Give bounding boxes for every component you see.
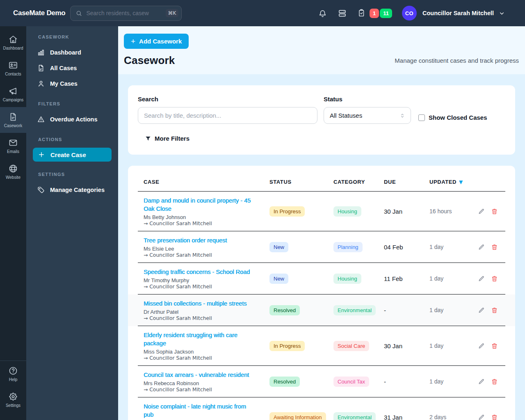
trash-icon <box>491 378 498 385</box>
page-header: + Add Casework Casework Manage constitue… <box>118 26 525 74</box>
notification-counters: 1 11 <box>370 9 392 18</box>
rail-item-website[interactable]: Website <box>0 159 26 185</box>
notifications-button[interactable] <box>317 8 328 18</box>
open-count-badge[interactable]: 11 <box>380 9 392 18</box>
cases-table: CASE STATUS CATEGORY DUE UPDATED▼ Damp a… <box>138 166 505 420</box>
panel-item-dashboard[interactable]: Dashboard <box>33 45 112 60</box>
global-search-placeholder: Search residents, casew <box>86 10 162 16</box>
case-due: 30 Jan <box>384 192 429 231</box>
col-case[interactable]: CASE <box>138 166 269 192</box>
col-status[interactable]: STATUS <box>269 166 333 192</box>
case-row: Elderly resident struggling with care pa… <box>138 326 505 366</box>
delete-case-button[interactable] <box>491 275 498 282</box>
col-actions <box>478 166 505 192</box>
edit-case-button[interactable] <box>478 378 485 385</box>
delete-case-button[interactable] <box>491 208 498 215</box>
page-subtitle: Manage constituent cases and track progr… <box>395 57 519 64</box>
show-closed-checkbox[interactable] <box>418 114 425 121</box>
case-assigned: → Councillor Sarah Mitchell <box>144 221 261 227</box>
delete-case-button[interactable] <box>491 307 498 314</box>
plus-icon <box>38 151 45 158</box>
funnel-icon <box>145 135 151 142</box>
rail-item-contacts[interactable]: Contacts <box>0 55 26 81</box>
add-casework-button[interactable]: + Add Casework <box>124 34 189 49</box>
edit-case-button[interactable] <box>478 414 485 420</box>
sidebar-panel: CASEWORK Dashboard All Cases My Cases FI… <box>26 26 118 420</box>
panel-item-my-cases[interactable]: My Cases <box>33 76 112 91</box>
pencil-icon <box>478 307 485 314</box>
edit-case-button[interactable] <box>478 275 485 282</box>
delete-case-button[interactable] <box>491 414 498 420</box>
tasks-button[interactable] <box>357 9 366 18</box>
delete-case-button[interactable] <box>491 244 498 251</box>
case-updated: 16 hours <box>429 192 478 231</box>
pencil-icon <box>478 342 485 349</box>
edit-case-button[interactable] <box>478 208 485 215</box>
case-title-link[interactable]: Elderly resident struggling with care pa… <box>144 331 257 347</box>
help-circle-icon <box>8 366 18 376</box>
bell-icon <box>317 8 328 18</box>
case-row: Noise complaint - late night music from … <box>138 397 505 420</box>
warning-triangle-icon <box>37 115 45 123</box>
case-assigned: → Councillor Sarah Mitchell <box>144 355 261 361</box>
rail-item-campaigns[interactable]: Campaigns <box>0 81 26 107</box>
case-contact: Ms Elsie Lee <box>144 246 261 252</box>
pencil-icon <box>478 378 485 385</box>
tag-icon <box>37 186 45 194</box>
rail-item-dashboard[interactable]: Dashboard <box>0 30 26 55</box>
case-contact: Ms Betty Johnson <box>144 214 261 220</box>
global-search-input[interactable]: Search residents, casew ⌘K <box>70 6 182 21</box>
status-badge: New <box>269 242 288 252</box>
bar-chart-icon <box>37 48 45 57</box>
sort-desc-icon: ▼ <box>459 179 463 185</box>
case-title-link[interactable]: Council tax arrears - vulnerable residen… <box>144 371 257 379</box>
megaphone-icon <box>8 86 18 96</box>
case-title-link[interactable]: Tree preservation order request <box>144 236 257 244</box>
case-title-link[interactable]: Speeding traffic concerns - School Road <box>144 268 257 276</box>
server-status-button[interactable] <box>338 9 347 18</box>
panel-item-all-cases[interactable]: All Cases <box>33 61 112 75</box>
delete-case-button[interactable] <box>491 378 498 385</box>
col-updated[interactable]: UPDATED▼ <box>429 166 478 192</box>
rail-item-casework[interactable]: Casework <box>0 107 26 133</box>
rail-item-emails[interactable]: Emails <box>0 133 26 159</box>
case-title-link[interactable]: Damp and mould in council property - 45 … <box>144 196 257 213</box>
id-card-icon <box>8 60 18 70</box>
gear-icon <box>8 392 18 402</box>
user-name[interactable]: Councillor Sarah Mitchell <box>422 10 494 16</box>
rail-item-help[interactable]: Help <box>0 361 26 387</box>
rail-item-settings[interactable]: Settings <box>0 387 26 413</box>
panel-item-overdue-actions[interactable]: Overdue Actions <box>33 112 112 127</box>
overdue-count-badge[interactable]: 1 <box>370 9 379 18</box>
case-row: Damp and mould in council property - 45 … <box>138 192 505 231</box>
person-icon <box>37 80 45 88</box>
pencil-icon <box>478 275 485 282</box>
search-filter-placeholder: Search by title, description... <box>144 112 221 119</box>
status-filter-select[interactable]: All Statuses <box>324 107 411 124</box>
case-due: 30 Jan <box>384 326 429 366</box>
edit-case-button[interactable] <box>478 342 485 349</box>
col-category[interactable]: CATEGORY <box>333 166 384 192</box>
user-menu-button[interactable] <box>499 10 505 16</box>
case-title-link[interactable]: Noise complaint - late night music from … <box>144 402 257 419</box>
search-filter-input[interactable]: Search by title, description... <box>138 107 317 124</box>
panel-item-manage-categories[interactable]: Manage Categories <box>33 183 112 197</box>
case-row: Missed bin collections - multiple street… <box>138 294 505 326</box>
case-row: Speeding traffic concerns - School Road … <box>138 263 505 294</box>
case-title-link[interactable]: Missed bin collections - multiple street… <box>144 299 257 308</box>
avatar[interactable]: CO <box>402 6 417 21</box>
case-row: Council tax arrears - vulnerable residen… <box>138 366 505 397</box>
col-due[interactable]: DUE <box>384 166 429 192</box>
globe-icon <box>8 164 18 173</box>
envelope-icon <box>8 138 18 148</box>
delete-case-button[interactable] <box>491 342 498 349</box>
edit-case-button[interactable] <box>478 244 485 251</box>
icon-rail: Dashboard Contacts Campaigns Casework Em… <box>0 26 26 420</box>
edit-case-button[interactable] <box>478 307 485 314</box>
panel-section-casework: CASEWORK <box>38 34 112 39</box>
more-filters-button[interactable]: More Filters <box>145 135 505 142</box>
main-content: + Add Casework Casework Manage constitue… <box>118 26 525 420</box>
create-case-button[interactable]: Create Case <box>33 148 112 162</box>
table-header-row: CASE STATUS CATEGORY DUE UPDATED▼ <box>138 166 505 192</box>
show-closed-label: Show Closed Cases <box>429 114 487 121</box>
